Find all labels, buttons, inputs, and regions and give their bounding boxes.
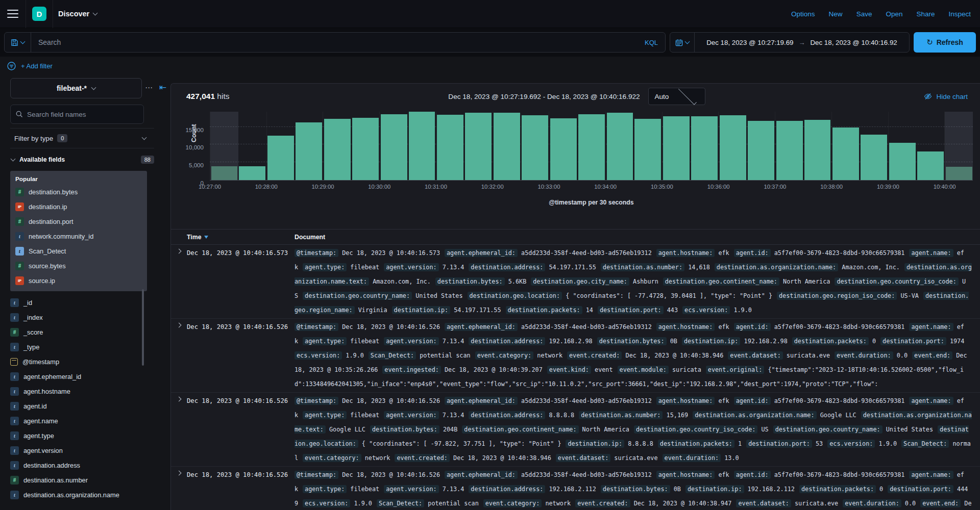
histogram-bar-10:34:00[interactable] [605,112,634,180]
eye-slash-icon [924,92,932,100]
histogram-bar-10:28:00[interactable] [266,112,295,180]
hide-chart-button[interactable]: Hide chart [924,92,968,100]
histogram-bar-10:30:30[interactable] [408,112,436,180]
doc-field-value: 192.168.2.98 [740,338,787,345]
histogram-bar-10:32:30[interactable] [521,112,549,180]
histogram-bar-10:37:00[interactable] [775,112,803,180]
sidebar-field-_score[interactable]: #_score [10,325,154,340]
date-range-end[interactable]: Dec 18, 2023 @ 10:40:16.92 [811,39,897,46]
nav-link-open[interactable]: Open [886,10,902,18]
histogram-bar-10:33:30[interactable] [577,112,605,180]
sidebar-field-agent.hostname[interactable]: tagent.hostname [10,384,154,399]
sidebar-field-_id[interactable]: t_id [10,295,154,310]
expand-row-button[interactable] [171,394,187,465]
bar [832,128,859,180]
sidebar-field-destination.as.number[interactable]: #destination.as.number [10,473,154,488]
doc-field-value: suricata.eve [783,352,830,359]
histogram-bar-10:39:30[interactable] [916,112,944,180]
sidebar-field-@timestamp[interactable]: @timestamp [10,354,154,369]
histogram-bar-10:31:00[interactable] [436,112,464,180]
sidebar-field-destination.address[interactable]: tdestination.address [10,458,154,473]
filter-icon[interactable] [7,62,16,70]
histogram-bar-10:35:00[interactable] [662,112,691,180]
sidebar-field-_index[interactable]: t_index [10,310,154,325]
histogram-bar-10:28:30[interactable] [295,112,323,180]
expand-row-button[interactable] [171,246,187,317]
doc-field-value: US [757,426,768,433]
sidebar-field-destination.bytes[interactable]: #destination.bytes [15,185,147,199]
nav-link-options[interactable]: Options [791,10,815,18]
sidebar-field-agent.type[interactable]: tagent.type [10,428,154,443]
bar [663,116,690,180]
doc-field-name: ecs.version: [682,306,730,314]
histogram-bar-10:34:30[interactable] [634,112,662,180]
refresh-button[interactable]: ↻ Refresh [914,32,976,53]
available-fields-header[interactable]: Available fields 88 [10,151,154,168]
histogram-bar-10:29:30[interactable] [351,112,379,180]
nav-link-inspect[interactable]: Inspect [948,10,971,18]
row-time: Dec 18, 2023 @ 10:40:16.526 [187,394,295,465]
sidebar-field-Scan_Detect[interactable]: tScan_Detect [15,244,147,259]
sidebar-field-network.community_id[interactable]: tnetwork.community_id [15,229,147,244]
sidebar-field-agent.version[interactable]: tagent.version [10,443,154,458]
search-input[interactable]: Search KQL [4,32,666,53]
fields-sidebar: filebeat-* Search field names Filter by … [0,75,154,510]
sidebar-field-source.bytes[interactable]: #source.bytes [15,259,147,273]
histogram-bar-10:27:30[interactable] [238,112,266,180]
sidebar-field-source.ip[interactable]: IPsource.ip [15,273,147,288]
doc-field-name: agent.hostname: [656,323,715,331]
sidebar-field-destination.ip[interactable]: IPdestination.ip [15,199,147,214]
time-column-header[interactable]: Time [171,234,295,241]
nav-link-save[interactable]: Save [856,10,872,18]
field-search-input[interactable]: Search field names [10,105,144,124]
histogram-bar-10:38:00[interactable] [831,112,860,180]
histogram-bar-10:27:00[interactable] [210,112,238,180]
date-range-start[interactable]: Dec 18, 2023 @ 10:27:19.69 [706,39,793,46]
doc-field-name: destination.geo.continent_name: [462,425,578,434]
query-language-button[interactable]: KQL [638,39,665,46]
add-filter-button[interactable]: + Add filter [21,62,53,70]
sidebar-field-destination.port[interactable]: #destination.port [15,214,147,229]
chart-time-range-title: Dec 18, 2023 @ 10:27:19.692 - Dec 18, 20… [448,93,640,100]
sidebar-scrollbar[interactable] [142,289,144,366]
histogram-bar-10:37:30[interactable] [803,112,831,180]
sidebar-field-destination.as.organization.name[interactable]: tdestination.as.organization.name [10,488,154,502]
histogram-bar-10:31:30[interactable] [464,112,493,180]
nav-link-share[interactable]: Share [916,10,935,18]
expand-row-button[interactable] [171,468,187,510]
sidebar-field-_type[interactable]: t_type [10,340,154,354]
sidebar-field-agent.name[interactable]: tagent.name [10,414,154,428]
histogram-bar-10:32:00[interactable] [493,112,521,180]
sidebar-field-agent.id[interactable]: tagent.id [10,399,154,414]
app-title-menu[interactable]: Discover [58,10,97,18]
histogram-bar-10:35:30[interactable] [691,112,719,180]
expand-row-button[interactable] [171,320,187,391]
nav-link-new[interactable]: New [829,10,843,18]
doc-field-value: Dec 18, 2023 @ 10:40:39.207 [441,366,543,373]
x-tick-label: 10:27:00 [199,184,221,190]
histogram-bar-10:38:30[interactable] [860,112,888,180]
field-settings-icon[interactable]: ⋯ [145,83,153,92]
filter-by-type[interactable]: Filter by type 0 [10,128,154,148]
histogram-bar-10:33:00[interactable] [549,112,577,180]
doc-field-name: agent.name: [909,397,953,405]
saved-query-menu[interactable] [5,33,31,52]
menu-icon[interactable] [7,10,18,18]
histogram-bar-10:30:00[interactable] [379,112,408,180]
divider [53,0,53,28]
histogram-bar-10:29:00[interactable] [323,112,351,180]
interval-select[interactable]: Auto [648,88,705,105]
doc-field-name: agent.id: [734,397,771,405]
index-pattern-selector[interactable]: filebeat-* [10,78,142,98]
doc-field-value: Dec 18, 2023 @ 10:40:16.526 [338,471,440,478]
histogram-bar-10:40:00[interactable] [944,112,973,180]
quick-select-menu[interactable] [670,33,695,52]
histogram-bar-10:39:00[interactable] [888,112,917,180]
date-range-picker[interactable]: Dec 18, 2023 @ 10:27:19.69 → Dec 18, 202… [670,32,910,53]
collapse-sidebar-icon[interactable]: ⇤ [159,82,166,93]
popular-label: Popular [15,175,147,183]
doc-field-value: 1.9.0 [342,352,364,359]
histogram-bar-10:36:00[interactable] [718,112,747,180]
sidebar-field-agent.ephemeral_id[interactable]: tagent.ephemeral_id [10,369,154,384]
histogram-bar-10:36:30[interactable] [747,112,775,180]
